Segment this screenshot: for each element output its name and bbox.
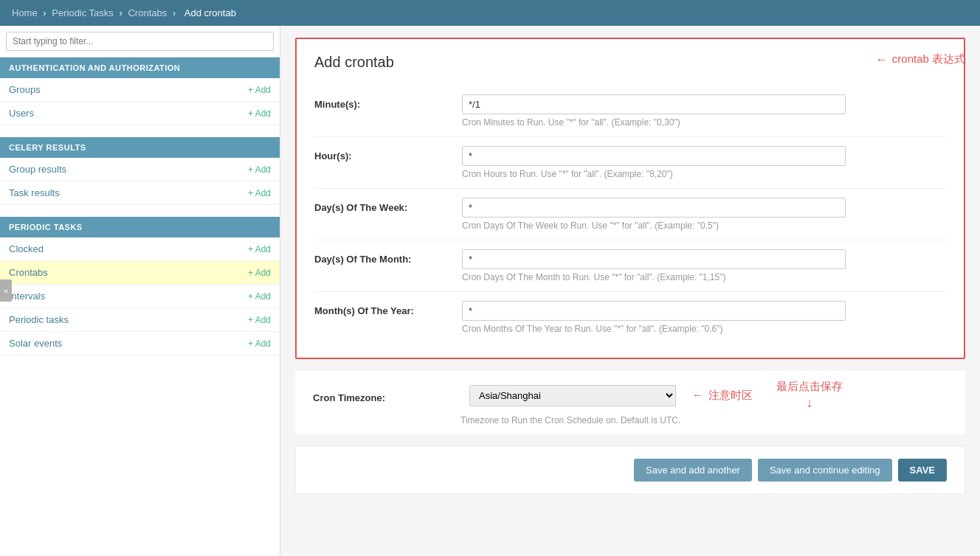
add-task-results-button[interactable]: Add [248, 188, 271, 198]
sidebar-section-auth: AUTHENTICATION AND AUTHORIZATION [0, 58, 280, 78]
crontab-form-panel: Add crontab Minute(s): Cron Minutes to R… [295, 38, 965, 359]
sidebar-collapse-button[interactable]: « [0, 279, 12, 302]
breadcrumb-periodic-tasks[interactable]: Periodic Tasks [52, 7, 114, 18]
save-button[interactable]: SAVE [898, 459, 947, 482]
hours-field: Cron Hours to Run. Use "*" for "all". (E… [462, 146, 946, 179]
timezone-arrow-icon: ← [692, 389, 704, 402]
save-continue-editing-button[interactable]: Save and continue editing [758, 459, 892, 482]
day-of-month-help: Cron Days Of The Month to Run. Use "*" f… [462, 272, 946, 282]
add-solar-events-button[interactable]: Add [248, 338, 271, 349]
hours-label: Hour(s): [314, 146, 462, 161]
save-annotation: 最后点击保存 ↓ [776, 380, 843, 411]
timezone-annotation-label: 注意时区 [708, 389, 753, 403]
minutes-input[interactable] [462, 94, 846, 114]
add-groups-button[interactable]: Add [248, 85, 271, 95]
day-of-month-input[interactable] [462, 249, 846, 269]
sidebar-item-clocked[interactable]: Clocked Add [0, 237, 280, 261]
sidebar-filter-input[interactable] [6, 32, 274, 51]
bottom-bar: Save and add another Save and continue e… [295, 446, 965, 494]
hours-row: Hour(s): Cron Hours to Run. Use "*" for … [314, 137, 946, 189]
add-clocked-button[interactable]: Add [248, 244, 271, 254]
main-content: Add crontab Minute(s): Cron Minutes to R… [280, 26, 980, 555]
sidebar-item-periodic-tasks[interactable]: Periodic tasks Add [0, 308, 280, 332]
sep1: › [43, 7, 46, 18]
add-crontabs-button[interactable]: Add [248, 268, 271, 278]
day-of-month-row: Day(s) Of The Month: Cron Days Of The Mo… [314, 240, 946, 292]
sidebar-section-periodic: PERIODIC TASKS [0, 217, 280, 237]
minutes-label: Minute(s): [314, 94, 462, 110]
sidebar-item-users[interactable]: Users Add [0, 102, 280, 125]
month-of-year-label: Month(s) Of The Year: [314, 301, 462, 316]
hours-input[interactable] [462, 146, 846, 166]
sidebar-item-group-results[interactable]: Group results Add [0, 158, 280, 181]
sep2: › [119, 7, 122, 18]
day-of-week-row: Day(s) Of The Week: Cron Days Of The Wee… [314, 189, 946, 240]
timezone-help: Timezone to Run the Cron Schedule on. De… [460, 415, 948, 425]
add-users-button[interactable]: Add [248, 108, 271, 119]
month-of-year-row: Month(s) Of The Year: Cron Months Of The… [314, 292, 946, 343]
timezone-annotation: ← 注意时区 [692, 389, 753, 403]
breadcrumb-home[interactable]: Home [12, 7, 38, 18]
timezone-select[interactable]: Asia/Shanghai UTC America/New_York Europ… [469, 385, 676, 406]
down-arrow-icon: ↓ [807, 395, 813, 411]
month-of-year-input[interactable] [462, 301, 846, 321]
form-title: Add crontab [314, 54, 946, 71]
sidebar-item-intervals[interactable]: Intervals Add [0, 285, 280, 308]
month-of-year-field: Cron Months Of The Year to Run. Use "*" … [462, 301, 946, 334]
day-of-month-label: Day(s) Of The Month: [314, 249, 462, 265]
sidebar-filter-container [0, 26, 280, 58]
save-add-another-button[interactable]: Save and add another [634, 459, 752, 482]
sidebar-item-groups[interactable]: Groups Add [0, 78, 280, 102]
sidebar-item-solar-events[interactable]: Solar events Add [0, 332, 280, 355]
breadcrumb-crontabs[interactable]: Crontabs [128, 7, 167, 18]
day-of-week-field: Cron Days Of The Week to Run. Use "*" fo… [462, 198, 946, 231]
sidebar: AUTHENTICATION AND AUTHORIZATION Groups … [0, 26, 280, 555]
timezone-label: Cron Timezone: [313, 388, 460, 403]
timezone-section: Cron Timezone: Asia/Shanghai UTC America… [295, 371, 965, 434]
month-of-year-help: Cron Months Of The Year to Run. Use "*" … [462, 324, 946, 334]
save-annotation-label: 最后点击保存 [776, 380, 843, 394]
sidebar-section-celery: CELERY RESULTS [0, 137, 280, 158]
sep3: › [173, 7, 176, 18]
minutes-field: Cron Minutes to Run. Use "*" for "all". … [462, 94, 946, 128]
add-group-results-button[interactable]: Add [248, 164, 271, 175]
minutes-help: Cron Minutes to Run. Use "*" for "all". … [462, 117, 946, 128]
day-of-month-field: Cron Days Of The Month to Run. Use "*" f… [462, 249, 946, 282]
hours-help: Cron Hours to Run. Use "*" for "all". (E… [462, 169, 946, 179]
breadcrumb: Home › Periodic Tasks › Crontabs › Add c… [0, 0, 980, 26]
add-intervals-button[interactable]: Add [248, 291, 271, 302]
sidebar-item-crontabs[interactable]: Crontabs Add [0, 261, 280, 285]
day-of-week-label: Day(s) Of The Week: [314, 198, 462, 213]
breadcrumb-current: Add crontab [184, 7, 236, 18]
day-of-week-input[interactable] [462, 198, 846, 218]
timezone-row: Cron Timezone: Asia/Shanghai UTC America… [313, 380, 948, 411]
add-periodic-tasks-button[interactable]: Add [248, 315, 271, 325]
minutes-row: Minute(s): Cron Minutes to Run. Use "*" … [314, 86, 946, 137]
day-of-week-help: Cron Days Of The Week to Run. Use "*" fo… [462, 220, 946, 231]
sidebar-item-task-results[interactable]: Task results Add [0, 181, 280, 205]
